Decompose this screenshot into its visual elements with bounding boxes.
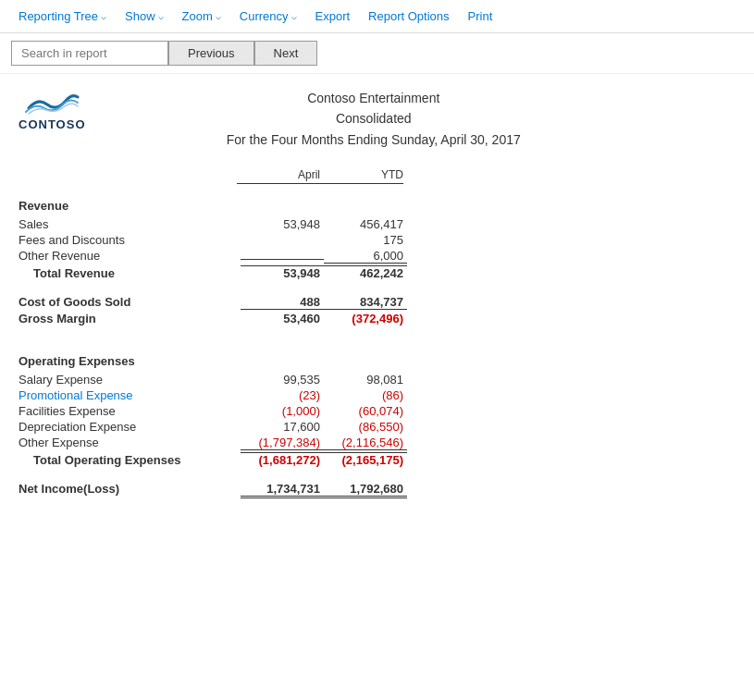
table-row: Fees and Discounts 175 <box>19 232 407 248</box>
total-revenue-row: Total Revenue 53,948 462,242 <box>19 264 407 281</box>
top-nav-bar: Reporting Tree ⌵ Show ⌵ Zoom ⌵ Currency … <box>0 0 754 33</box>
previous-button[interactable]: Previous <box>168 41 254 66</box>
row-val-gross-margin-ytd: (372,496) <box>324 312 407 325</box>
table-row: Promotional Expense (23) (86) <box>19 387 407 403</box>
row-label-facilities: Facilities Expense <box>19 404 241 418</box>
total-revenue-ytd: 462,242 <box>324 265 407 280</box>
col-header-ytd: YTD <box>320 168 403 184</box>
row-label-salary: Salary Expense <box>19 373 241 387</box>
table-row: Other Revenue 6,000 <box>19 248 407 264</box>
report-header: CONTOSO Contoso Entertainment Consolidat… <box>19 83 735 150</box>
row-label-gross-margin: Gross Margin <box>19 312 241 325</box>
chevron-down-icon: ⌵ <box>158 11 164 21</box>
total-opex-row: Total Operating Expenses (1,681,272) (2,… <box>19 451 407 468</box>
row-val-depreciation-april: 17,600 <box>241 420 324 434</box>
row-label-net-income: Net Income(Loss) <box>19 482 241 496</box>
nav-reporting-tree[interactable]: Reporting Tree ⌵ <box>11 6 114 27</box>
search-input[interactable] <box>11 41 168 66</box>
total-opex-april: (1,681,272) <box>241 452 324 467</box>
logo-area: CONTOSO <box>19 83 86 131</box>
nav-reporting-tree-label: Reporting Tree <box>19 9 98 23</box>
row-label-depreciation: Depreciation Expense <box>19 420 241 434</box>
report-subtitle: Consolidated <box>86 108 662 129</box>
table-row: Facilities Expense (1,000) (60,074) <box>19 403 407 419</box>
section-opex-label: Operating Expenses <box>19 354 407 368</box>
table-row: Other Expense (1,797,384) (2,116,546) <box>19 435 407 451</box>
total-opex-ytd: (2,165,175) <box>324 452 407 467</box>
nav-show[interactable]: Show ⌵ <box>117 6 171 27</box>
nav-export[interactable]: Export <box>308 6 358 27</box>
table-row: Salary Expense 99,535 98,081 <box>19 372 407 387</box>
search-nav-bar: Previous Next <box>0 33 754 74</box>
report-title: Contoso Entertainment Consolidated For t… <box>86 83 662 150</box>
row-val-other-expense-april: (1,797,384) <box>241 436 324 450</box>
nav-currency-label: Currency <box>240 9 289 23</box>
row-val-other-revenue-april <box>241 259 324 260</box>
table-row: Cost of Goods Sold 488 834,737 <box>19 294 407 311</box>
chevron-down-icon: ⌵ <box>101 11 106 21</box>
logo-text: CONTOSO <box>19 117 86 131</box>
logo-icon <box>24 88 80 116</box>
report-company: Contoso Entertainment <box>86 88 662 108</box>
row-label-promotional[interactable]: Promotional Expense <box>19 388 241 402</box>
row-val-net-income-april: 1,734,731 <box>241 482 324 498</box>
financial-table: April YTD Revenue Sales 53,948 456,417 F… <box>19 168 407 499</box>
col-header-april: April <box>237 168 320 184</box>
row-val-salary-april: 99,535 <box>241 373 324 387</box>
row-val-facilities-april: (1,000) <box>241 404 324 418</box>
chevron-down-icon: ⌵ <box>216 11 221 21</box>
row-val-promotional-ytd: (86) <box>324 388 407 402</box>
row-val-salary-ytd: 98,081 <box>324 373 407 387</box>
nav-zoom[interactable]: Zoom ⌵ <box>175 6 229 27</box>
nav-print-label: Print <box>468 9 493 23</box>
nav-report-options[interactable]: Report Options <box>361 6 456 27</box>
row-label-other-expense: Other Expense <box>19 436 241 449</box>
report-period: For the Four Months Ending Sunday, April… <box>86 129 662 150</box>
nav-currency[interactable]: Currency ⌵ <box>232 6 304 27</box>
row-label-fees: Fees and Discounts <box>19 233 241 247</box>
row-val-cogs-april: 488 <box>241 295 324 310</box>
row-label-cogs: Cost of Goods Sold <box>19 295 241 309</box>
row-val-other-revenue-ytd: 6,000 <box>324 249 407 264</box>
table-row: Sales 53,948 456,417 <box>19 216 407 232</box>
row-val-promotional-april: (23) <box>241 388 324 402</box>
row-val-fees-ytd: 175 <box>324 233 407 247</box>
nav-print[interactable]: Print <box>461 6 501 27</box>
row-val-net-income-ytd: 1,792,680 <box>324 482 407 498</box>
report-area: CONTOSO Contoso Entertainment Consolidat… <box>0 74 754 518</box>
row-val-gross-margin-april: 53,460 <box>241 312 324 325</box>
nav-show-label: Show <box>125 9 155 23</box>
row-val-sales-april: 53,948 <box>241 217 324 231</box>
section-revenue-label: Revenue <box>19 199 407 213</box>
table-row: Gross Margin 53,460 (372,496) <box>19 311 407 326</box>
row-label-other-revenue: Other Revenue <box>19 249 241 263</box>
next-button[interactable]: Next <box>254 41 318 66</box>
row-val-facilities-ytd: (60,074) <box>324 404 407 418</box>
nav-report-options-label: Report Options <box>368 9 449 23</box>
nav-export-label: Export <box>315 9 351 23</box>
total-revenue-label: Total Revenue <box>19 266 241 280</box>
row-val-sales-ytd: 456,417 <box>324 217 407 231</box>
row-val-depreciation-ytd: (86,550) <box>324 420 407 434</box>
nav-zoom-label: Zoom <box>182 9 213 23</box>
total-revenue-april: 53,948 <box>241 265 324 280</box>
column-headers: April YTD <box>19 168 407 184</box>
row-label-sales: Sales <box>19 217 241 231</box>
row-val-cogs-ytd: 834,737 <box>324 295 407 310</box>
total-opex-label: Total Operating Expenses <box>19 453 241 467</box>
row-val-other-expense-ytd: (2,116,546) <box>324 436 407 450</box>
chevron-down-icon: ⌵ <box>291 11 297 21</box>
net-income-row: Net Income(Loss) 1,734,731 1,792,680 <box>19 481 407 499</box>
table-row: Depreciation Expense 17,600 (86,550) <box>19 419 407 435</box>
